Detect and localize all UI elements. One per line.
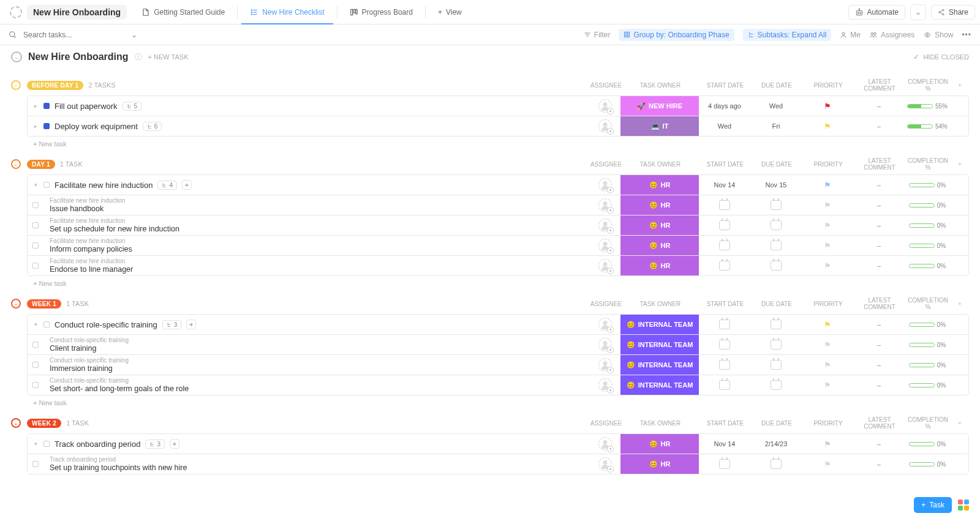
start-date-cell[interactable]: Nov 14: [699, 181, 750, 189]
new-task-link[interactable]: + New task: [11, 137, 969, 148]
task-row[interactable]: ▸ Fill out paperwork 5 + 🚀NEW HIRE 4 day…: [28, 96, 968, 116]
priority-cell[interactable]: ⚑: [802, 241, 853, 250]
task-owner-cell[interactable]: 😊HR: [620, 454, 699, 474]
task-owner-cell[interactable]: 🚀NEW HIRE: [620, 96, 699, 116]
start-date-cell[interactable]: Wed: [699, 122, 750, 130]
start-date-cell[interactable]: 4 days ago: [699, 102, 750, 110]
due-date-cell[interactable]: [750, 340, 802, 350]
apps-icon[interactable]: [958, 500, 969, 511]
comment-cell[interactable]: –: [853, 262, 905, 269]
task-owner-cell[interactable]: 😊INTERNAL TEAM: [620, 315, 699, 334]
status-icon[interactable]: [32, 382, 39, 388]
priority-cell[interactable]: ⚑: [802, 221, 853, 230]
start-date-cell[interactable]: [699, 459, 750, 469]
comment-cell[interactable]: –: [853, 361, 905, 369]
add-view-button[interactable]: + View: [429, 0, 470, 24]
me-button[interactable]: Me: [840, 31, 861, 39]
assignee-cell[interactable]: +: [590, 358, 620, 372]
assignee-cell[interactable]: +: [590, 338, 620, 351]
completion-cell[interactable]: 0%: [905, 242, 950, 249]
group-name-pill[interactable]: WEEK 2: [27, 419, 61, 428]
comment-cell[interactable]: –: [853, 102, 905, 110]
due-date-cell[interactable]: [750, 380, 802, 390]
due-date-cell[interactable]: Nov 15: [750, 181, 802, 189]
chevron-down-icon[interactable]: ⌄: [131, 31, 137, 39]
status-icon[interactable]: [32, 461, 39, 467]
subtask-row[interactable]: Conduct role-specific training Client tr…: [28, 334, 968, 354]
search-input[interactable]: [22, 30, 126, 40]
completion-cell[interactable]: 0%: [905, 362, 950, 369]
group-name-pill[interactable]: BEFORE DAY 1: [27, 81, 83, 90]
comment-cell[interactable]: –: [853, 181, 905, 189]
hide-closed-button[interactable]: ✓ HIDE CLOSED: [913, 53, 969, 61]
filter-button[interactable]: Filter: [584, 31, 611, 39]
subtasks-chip[interactable]: Subtasks: Expand All: [743, 29, 832, 41]
task-owner-cell[interactable]: 💻IT: [620, 116, 699, 136]
priority-cell[interactable]: ⚑: [802, 261, 853, 271]
task-row[interactable]: ▾ Facilitate new hire induction 4+ + 😊HR…: [28, 175, 968, 195]
completion-cell[interactable]: 0%: [905, 382, 950, 389]
status-icon[interactable]: [43, 441, 50, 447]
status-icon[interactable]: [32, 242, 39, 249]
task-row[interactable]: ▸ Deploy work equipment 6 + 💻IT Wed Fri …: [28, 116, 968, 136]
due-date-cell[interactable]: 2/14/23: [750, 440, 802, 447]
expand-icon[interactable]: ▾: [32, 182, 39, 188]
new-task-button[interactable]: + NEW TASK: [148, 53, 189, 61]
due-date-cell[interactable]: [750, 459, 802, 469]
tab-getting-started-guide[interactable]: Getting Started Guide: [133, 0, 233, 24]
start-date-cell[interactable]: [699, 320, 750, 329]
completion-cell[interactable]: 0%: [905, 321, 950, 328]
comment-cell[interactable]: –: [853, 440, 905, 447]
subtask-count[interactable]: 4: [157, 181, 177, 190]
add-column-button[interactable]: ＋: [951, 419, 969, 427]
comment-cell[interactable]: –: [853, 122, 905, 130]
expand-icon[interactable]: ▸: [32, 123, 39, 129]
start-date-cell[interactable]: [699, 380, 750, 390]
assignee-cell[interactable]: +: [590, 219, 620, 232]
tab-progress-board[interactable]: Progress Board: [341, 0, 421, 24]
assignee-cell[interactable]: +: [590, 198, 620, 212]
priority-cell[interactable]: ⚑: [802, 340, 853, 350]
assignee-cell[interactable]: +: [590, 437, 620, 451]
comment-cell[interactable]: –: [853, 201, 905, 209]
due-date-cell[interactable]: [750, 320, 802, 329]
start-date-cell[interactable]: [699, 200, 750, 210]
task-owner-cell[interactable]: 😊HR: [620, 175, 699, 195]
info-icon[interactable]: ⓘ: [135, 52, 142, 62]
completion-cell[interactable]: 0%: [905, 182, 950, 189]
automate-button[interactable]: Automate: [848, 5, 905, 20]
assignee-cell[interactable]: +: [590, 259, 620, 272]
start-date-cell[interactable]: [699, 340, 750, 350]
status-icon[interactable]: [43, 321, 50, 328]
due-date-cell[interactable]: Wed: [750, 102, 802, 110]
new-task-link[interactable]: + New task: [11, 276, 969, 287]
subtask-row[interactable]: Facilitate new hire induction Set up sch…: [28, 215, 968, 235]
status-icon[interactable]: [32, 362, 39, 368]
comment-cell[interactable]: –: [853, 341, 905, 348]
subtask-row[interactable]: Conduct role-specific training Immersion…: [28, 354, 968, 375]
priority-cell[interactable]: ⚑: [802, 460, 853, 469]
new-task-floating-button[interactable]: + Task: [914, 497, 952, 511]
status-icon[interactable]: [32, 202, 39, 208]
tab-new-hire-checklist[interactable]: New Hire Checklist: [241, 0, 333, 24]
priority-cell[interactable]: ⚑: [802, 320, 853, 329]
due-date-cell[interactable]: Fri: [750, 122, 802, 130]
add-column-button[interactable]: ＋: [951, 299, 969, 308]
assignees-button[interactable]: Assignees: [869, 31, 914, 39]
subtask-row[interactable]: Conduct role-specific training Set short…: [28, 375, 968, 395]
new-task-link[interactable]: + New task: [11, 395, 969, 406]
start-date-cell[interactable]: [699, 261, 750, 271]
subtask-row[interactable]: Facilitate new hire induction Issue hand…: [28, 195, 968, 215]
assignee-cell[interactable]: +: [590, 378, 620, 392]
comment-cell[interactable]: –: [853, 460, 905, 468]
status-icon[interactable]: [32, 263, 39, 269]
subtask-count[interactable]: 6: [143, 122, 162, 131]
subtask-count[interactable]: 5: [123, 102, 142, 111]
add-column-button[interactable]: ＋: [951, 160, 969, 168]
completion-cell[interactable]: 0%: [905, 441, 950, 447]
priority-cell[interactable]: ⚑: [802, 361, 853, 370]
assignee-cell[interactable]: +: [590, 119, 620, 133]
completion-cell[interactable]: 0%: [905, 342, 950, 348]
due-date-cell[interactable]: [750, 220, 802, 230]
task-owner-cell[interactable]: 😊HR: [620, 256, 699, 275]
